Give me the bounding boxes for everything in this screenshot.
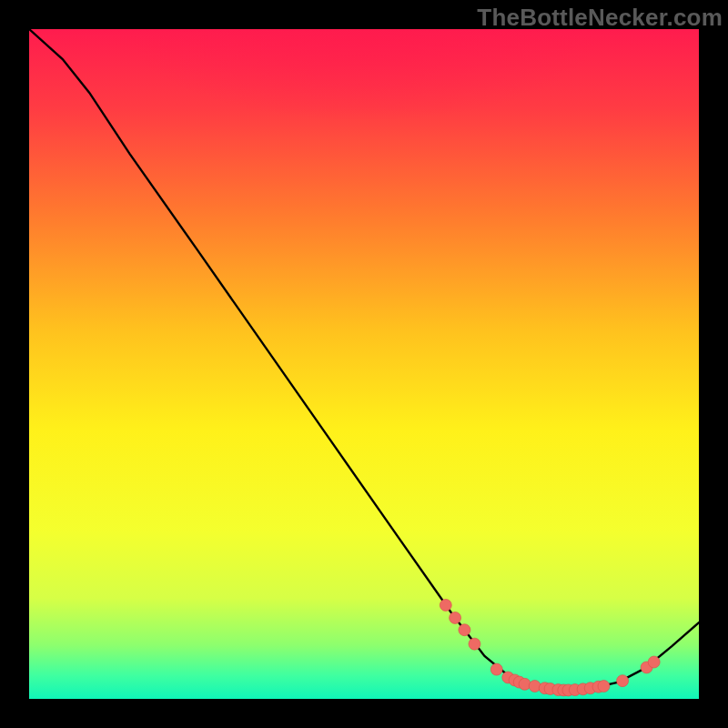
- chart-marker: [440, 599, 451, 611]
- top-glow: [29, 29, 699, 284]
- chart-svg: [29, 29, 699, 699]
- watermark-text: TheBottleNecker.com: [477, 4, 723, 32]
- chart-marker: [617, 675, 629, 687]
- chart-marker: [459, 624, 470, 636]
- chart-marker: [519, 678, 531, 690]
- chart-marker: [450, 612, 461, 623]
- chart-marker: [469, 638, 480, 650]
- chart-plot-area: [29, 29, 699, 699]
- chart-marker: [529, 681, 541, 693]
- chart-container: TheBottleNecker.com: [0, 0, 728, 728]
- chart-marker: [490, 663, 502, 675]
- chart-marker: [598, 681, 610, 693]
- chart-marker: [648, 656, 660, 668]
